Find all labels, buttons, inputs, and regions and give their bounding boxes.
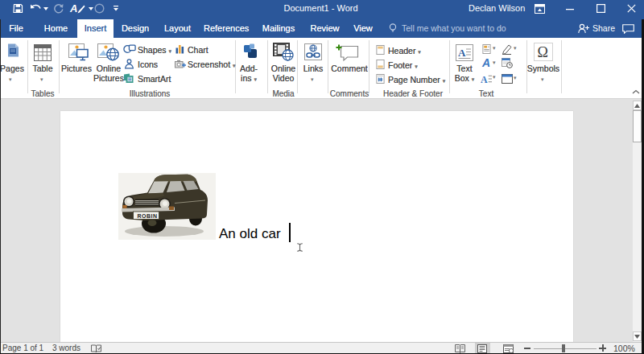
svg-text:ROBIN: ROBIN <box>138 213 158 219</box>
svg-text:Ω: Ω <box>538 44 548 60</box>
svg-text:A: A <box>458 47 466 59</box>
svg-text:A: A <box>481 74 488 84</box>
